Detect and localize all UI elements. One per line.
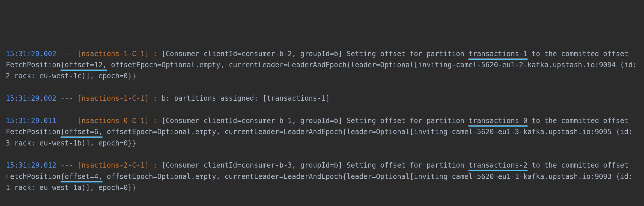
log-message-part: [Consumer clientId=consumer-b-2, groupId… [162, 50, 469, 58]
log-separator: --- [56, 117, 77, 125]
log-offset-highlight: {offset=4, [61, 173, 103, 182]
log-thread: [nsactions-1-C-1] [77, 94, 149, 102]
log-colon: : [149, 161, 161, 169]
log-timestamp: 15:31:29.011 [6, 117, 56, 125]
log-message-part: b: partitions assigned: [transactions-1] [162, 94, 330, 102]
log-message-part: [Consumer clientId=consumer-b-1, groupId… [162, 117, 469, 125]
log-message-part: [Consumer clientId=consumer-b-3, groupId… [162, 161, 469, 169]
log-thread: [nsactions-2-C-1] [77, 161, 149, 169]
log-colon: : [149, 94, 161, 102]
log-timestamp: 15:31:29.002 [6, 50, 56, 58]
log-colon: : [149, 50, 161, 58]
log-timestamp: 15:31:29.012 [6, 161, 56, 169]
log-entry: 15:31:29.002 --- [nsactions-1-C-1] : [Co… [6, 48, 638, 82]
log-timestamp: 15:31:29.002 [6, 94, 56, 102]
log-partition-highlight: transactions-2 [468, 161, 527, 171]
log-partition-highlight: transactions-0 [468, 117, 527, 127]
log-separator: --- [56, 94, 77, 102]
log-separator: --- [56, 50, 77, 58]
log-separator: --- [56, 161, 77, 169]
log-thread: [nsactions-1-C-1] [77, 50, 149, 58]
log-entry: 15:31:29.002 --- [nsactions-1-C-1] : b: … [6, 93, 638, 104]
log-colon: : [149, 117, 161, 125]
log-entry: 15:31:29.012 --- [nsactions-2-C-1] : [Co… [6, 160, 638, 193]
log-entry: 15:31:29.011 --- [nsactions-0-C-1] : [Co… [6, 115, 638, 149]
log-partition-highlight: transactions-1 [468, 50, 527, 60]
log-offset-highlight: {offset=6, [61, 128, 103, 138]
log-offset-highlight: {offset=12, [61, 61, 107, 71]
log-thread: [nsactions-0-C-1] [77, 117, 149, 125]
